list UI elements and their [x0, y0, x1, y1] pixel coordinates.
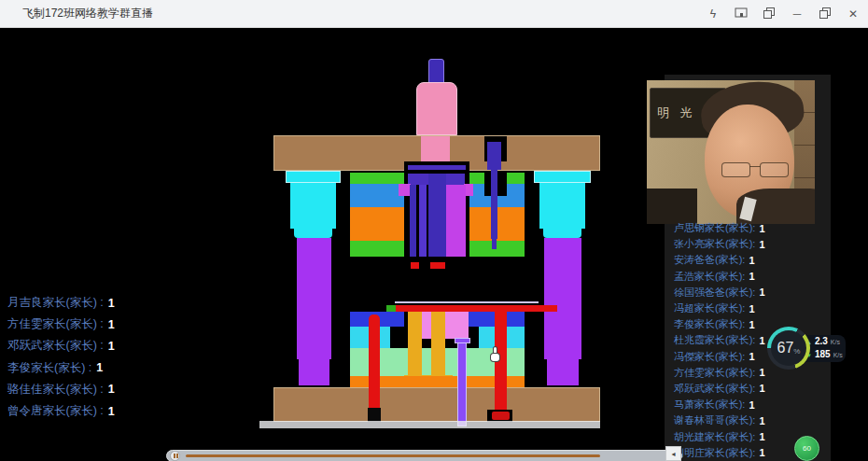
- mold-indigo-bar-thin-1: [410, 185, 416, 257]
- remote-hand-cursor: [490, 347, 501, 362]
- lightning-icon[interactable]: ϟ: [706, 7, 721, 21]
- pause-button[interactable]: [170, 451, 180, 461]
- usage-percent: 67: [777, 340, 794, 356]
- mold-runner-purple: [408, 165, 466, 170]
- viewer-row: 曾令唐家长(家长) :1: [7, 400, 231, 422]
- mold-purple-column-left: [297, 238, 331, 359]
- viewer-row: 月吉良家长(家长) :1: [7, 292, 231, 314]
- mold-indigo-bar-wide: [428, 174, 446, 257]
- viewer-row: 方佳雯家长(家长) :1: [7, 314, 231, 335]
- mold-screw-head: [487, 142, 501, 170]
- popup-window-icon[interactable]: [734, 7, 749, 21]
- viewer-row: 张小亮家长(家长):1: [674, 236, 861, 252]
- mold-red-pin-2-foot: [492, 412, 510, 420]
- mold-cyan-column-left-cap: [286, 171, 341, 183]
- webcam-shadow: [647, 189, 697, 224]
- mold-cyan-column-right-cap: [534, 171, 591, 183]
- progress-bar-fill[interactable]: [186, 454, 600, 457]
- mold-bottom-white-strip: [259, 421, 600, 428]
- window-titlebar[interactable]: 飞制172班网络教学群直播 ϟ ─ ✕: [0, 0, 868, 28]
- mold-cyan-column-right: [539, 183, 585, 229]
- mold-screw-tip: [492, 239, 497, 249]
- viewer-row: 马萧家长(家长):1: [674, 397, 861, 412]
- glasses: [721, 162, 789, 177]
- viewer-row: 谢春林哥哥(家长):1: [674, 412, 861, 428]
- viewer-row: 安涛爸爸(家长):1: [674, 252, 861, 268]
- mold-red-gate-2: [430, 262, 445, 269]
- mold-gold-column-2: [431, 312, 445, 376]
- viewer-row: 卢思钢家长(家长):1: [674, 220, 861, 236]
- viewer-row: 刘明庄家长(家长):1: [674, 445, 861, 461]
- restore-icon[interactable]: [818, 7, 833, 21]
- window-title: 飞制172班网络教学群直播: [22, 0, 153, 27]
- mold-purple-column-right: [544, 238, 581, 359]
- viewer-row: 李俊家长(家长):1: [674, 316, 861, 332]
- viewer-row: 骆佳佳家长(家长) :1: [7, 379, 231, 400]
- mold-purple-rod: [457, 342, 467, 426]
- mold-red-pin-1-socket: [368, 408, 381, 422]
- mold-cyan-column-right-foot: [543, 229, 581, 238]
- mold-cyan-column-left: [290, 183, 336, 229]
- mold-gold-column-1: [408, 312, 422, 376]
- green-floating-ball[interactable]: 60: [794, 436, 819, 461]
- mold-indigo-bar-thin-2: [419, 185, 427, 257]
- usage-ring-inner: 67%: [771, 330, 806, 366]
- minimize-icon[interactable]: ─: [790, 7, 805, 21]
- mold-purple-column-left-foot: [299, 359, 329, 385]
- mold-red-gate-1: [411, 262, 419, 269]
- mold-purple-column-right-foot: [547, 359, 579, 385]
- viewer-row: 邓跃武家长(家长):1: [674, 381, 861, 397]
- webcam-video[interactable]: 明 光 心: [647, 80, 815, 224]
- close-icon[interactable]: ✕: [846, 7, 861, 21]
- viewer-row: 胡光建家长(家长):1: [674, 428, 861, 444]
- viewer-list-left: 月吉良家长(家长) :1 方佳雯家长(家长) :1 邓跃武家长(家长) :1 李…: [7, 292, 231, 422]
- live-stream-stage: 明 光 心 卢思钢家长(家长):1 张小亮家长(家长):1 安涛爸爸(家长):1…: [0, 28, 868, 461]
- mold-red-ejector-bar: [396, 305, 557, 312]
- viewer-row: 李俊家长(家长) :1: [7, 357, 231, 379]
- scrollbar-arrow-button[interactable]: ◂: [665, 446, 681, 461]
- mold-lavender-line: [395, 301, 539, 303]
- usage-ring-badge[interactable]: 67%: [767, 327, 810, 370]
- copy-layers-icon[interactable]: [762, 7, 777, 21]
- viewer-row: 徐国强爸爸(家长):1: [674, 285, 861, 300]
- mold-sprue-through: [421, 136, 450, 162]
- mold-cyan-column-left-foot: [294, 229, 332, 238]
- mold-red-pin-1: [369, 314, 380, 408]
- viewer-row: 方佳雯家长(家长):1: [674, 365, 861, 381]
- viewer-row: 冯超家长(家长):1: [674, 300, 861, 316]
- viewer-row: 孟浩家长(家长):1: [674, 269, 861, 285]
- mold-screw-shaft: [491, 170, 497, 239]
- mold-top-rod: [428, 59, 444, 83]
- viewer-row: 邓跃武家长(家长) :1: [7, 335, 231, 356]
- mold-sprue-bushing: [416, 82, 457, 135]
- mold-magenta-column: [446, 185, 466, 257]
- mold-base-plate: [273, 387, 600, 422]
